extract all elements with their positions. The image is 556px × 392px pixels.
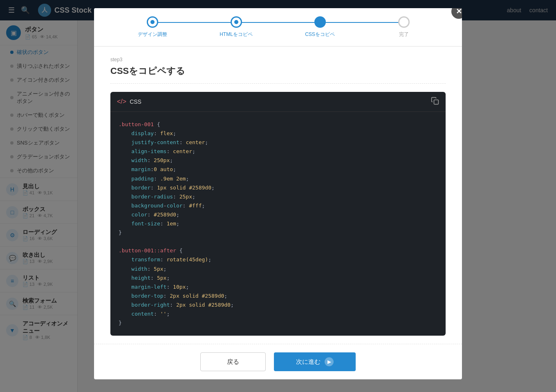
next-button-label: 次に進む [296,358,321,366]
step-item-3: CSSをコピペ [278,16,362,38]
svg-rect-0 [434,100,439,105]
code-line: margin-left: 10px; [119,283,437,292]
step-title: CSSをコピペする [110,65,446,84]
code-content: .button-001 { display: flex; justify-con… [110,112,446,336]
modal-overlay: ✕ デザイン調整 HTMLをコピペ CSSをコピペ 完了 [0,0,556,392]
code-line: margin:0 auto; [119,165,437,174]
modal-body: step3 CSSをコピペする </> CSS . [94,47,462,344]
code-line: display: flex; [119,129,437,138]
next-button[interactable]: 次に進む ▶ [274,352,356,371]
code-line [119,237,437,246]
step-label-2: HTMLをコピペ [220,31,253,38]
code-line: } [119,318,437,327]
code-line: .button-001::after { [119,246,437,255]
code-header: </> CSS [110,92,446,112]
code-line: font-size: 1em; [119,219,437,228]
step-dot-1 [150,20,155,24]
code-line: width: 5px; [119,265,437,274]
code-line: justify-content: center; [119,138,437,147]
modal: ✕ デザイン調整 HTMLをコピペ CSSをコピペ 完了 [94,8,462,379]
code-line: content: ''; [119,310,437,318]
code-line: border-radius: 25px; [119,192,437,201]
step-circle-2 [231,16,242,28]
code-line: height: 5px; [119,274,437,283]
code-line: .button-001 { [119,120,437,129]
code-line: align-items: center; [119,147,437,156]
code-icon: </> [117,98,126,105]
code-line: } [119,228,437,237]
code-line: border-right: 2px solid #2589d0; [119,301,437,310]
step-info: step3 [110,57,446,62]
step-dot-2 [234,20,238,24]
stepper: デザイン調整 HTMLをコピペ CSSをコピペ 完了 [94,8,462,47]
step-label-1: デザイン調整 [138,31,167,38]
code-line: transform: rotate(45deg); [119,255,437,264]
copy-button[interactable] [431,97,439,107]
step-item-1: デザイン調整 [110,16,194,38]
step-item-2: HTMLをコピペ [194,16,278,38]
step-item-4: 完了 [362,16,446,38]
code-line: border: 1px solid #2589d0; [119,183,437,192]
back-button[interactable]: 戻る [200,352,266,371]
step-circle-4 [398,16,410,28]
code-header-title: </> CSS [117,98,141,105]
step-label-3: CSSをコピペ [305,31,335,38]
code-line: width: 250px; [119,156,437,165]
code-line: padding: .9em 2em; [119,174,437,183]
code-lang-label: CSS [130,98,141,105]
code-block: </> CSS .button-001 { display: flex; jus… [110,92,446,336]
modal-footer: 戻る 次に進む ▶ [94,344,462,379]
step-circle-1 [147,16,158,28]
code-line: color: #2589d0; [119,210,437,219]
code-line: border-top: 2px solid #2589d0; [119,292,437,301]
step-label-4: 完了 [399,31,409,38]
step-circle-3 [314,16,326,28]
code-line: background-color: #fff; [119,201,437,210]
next-arrow-icon: ▶ [325,357,334,366]
